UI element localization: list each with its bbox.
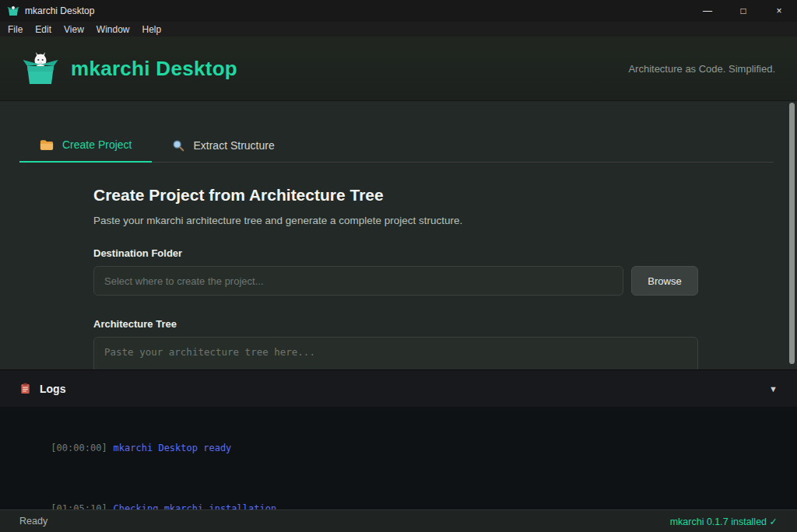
log-message: mkarchi Desktop ready	[114, 443, 232, 453]
tab-bar: Create Project Extract Structure	[19, 128, 774, 163]
tab-label: Extract Structure	[193, 139, 274, 152]
app-tagline: Architecture as Code. Simplified.	[628, 63, 775, 75]
window-title: mkarchi Desktop	[25, 5, 94, 16]
app-logo-icon	[22, 50, 59, 87]
titlebar: mkarchi Desktop — □ ×	[0, 0, 797, 22]
clipboard-icon	[19, 383, 31, 394]
log-timestamp: [00:00:00]	[51, 443, 107, 453]
logs-title: Logs	[40, 383, 65, 395]
tab-label: Create Project	[62, 138, 132, 151]
architecture-tree-label: Architecture Tree	[93, 318, 774, 330]
destination-row: Browse	[93, 266, 698, 296]
window-controls: — □ ×	[690, 0, 797, 22]
tab-extract-structure[interactable]: Extract Structure	[152, 128, 294, 162]
status-version: mkarchi 0.1.7 installed ✓	[670, 516, 778, 527]
close-button[interactable]: ×	[761, 0, 797, 22]
status-ready: Ready	[19, 516, 47, 527]
create-project-panel: Create Project from Architecture Tree Pa…	[93, 186, 774, 369]
page-title: Create Project from Architecture Tree	[93, 186, 774, 205]
scrollbar-thumb[interactable]	[789, 103, 795, 364]
scrollbar[interactable]	[788, 103, 795, 366]
menu-view[interactable]: View	[58, 22, 90, 37]
menu-file[interactable]: File	[2, 22, 29, 37]
menubar: File Edit View Window Help	[0, 22, 797, 37]
page-subtitle: Paste your mkarchi architecture tree and…	[93, 215, 774, 226]
menu-window[interactable]: Window	[90, 22, 136, 37]
logs-output: [00:00:00]mkarchi Desktop ready [01:05:1…	[0, 407, 797, 509]
app-icon	[7, 5, 19, 16]
main-content: Create Project Extract Structure Create …	[0, 101, 797, 369]
statusbar: Ready mkarchi 0.1.7 installed ✓	[0, 509, 797, 532]
menu-help[interactable]: Help	[136, 22, 168, 37]
app-window: mkarchi Desktop — □ × File Edit View Win…	[0, 0, 797, 532]
collapse-chevron-icon[interactable]: ▼	[769, 384, 778, 394]
app-header: mkarchi Desktop Architecture as Code. Si…	[0, 37, 797, 101]
app-title: mkarchi Desktop	[71, 57, 237, 81]
magnifier-icon	[172, 139, 184, 152]
logs-panel-header[interactable]: Logs ▼	[0, 369, 797, 407]
folder-icon	[40, 139, 54, 151]
log-entry: [00:00:00]mkarchi Desktop ready	[17, 418, 780, 478]
destination-input[interactable]	[93, 266, 623, 296]
minimize-button[interactable]: —	[690, 0, 725, 22]
menu-edit[interactable]: Edit	[29, 22, 58, 37]
maximize-button[interactable]: □	[725, 0, 761, 22]
browse-button[interactable]: Browse	[631, 266, 698, 296]
tab-create-project[interactable]: Create Project	[19, 128, 152, 163]
architecture-tree-input[interactable]	[93, 337, 698, 369]
destination-folder-label: Destination Folder	[93, 247, 774, 259]
